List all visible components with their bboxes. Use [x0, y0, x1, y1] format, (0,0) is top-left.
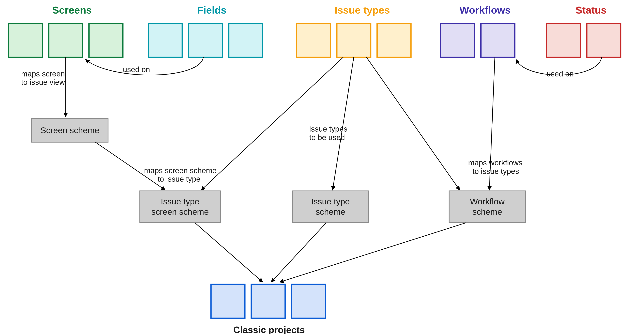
edge-label-it-used-2: to be used — [309, 133, 345, 142]
it-screen-scheme-label-2: screen scheme — [151, 207, 209, 217]
classic-projects-boxes — [211, 284, 326, 318]
svg-rect-12 — [587, 23, 621, 57]
edge-it-to-wfscheme — [366, 57, 460, 190]
edge-it-to-itscreenscheme — [201, 57, 343, 190]
edge-wfscheme-to-projects — [280, 223, 466, 282]
svg-rect-16 — [449, 191, 526, 223]
screens-title: Screens — [52, 4, 92, 16]
edge-it-to-itscheme — [333, 57, 354, 190]
screens-boxes — [8, 23, 123, 57]
edge-label-maps-scheme-1: maps screen scheme — [144, 166, 216, 175]
wf-scheme-label-1: Workflow — [470, 197, 505, 206]
svg-rect-9 — [440, 23, 474, 57]
svg-rect-0 — [8, 23, 42, 57]
fields-title: Fields — [197, 4, 226, 16]
it-screen-scheme-label-1: Issue type — [161, 197, 200, 206]
edge-label-used-on-right: used on — [546, 70, 574, 78]
diagram-canvas: Screens Fields Issue types Workflows Sta… — [0, 0, 644, 334]
edge-label-maps-wf-2: to issue types — [472, 167, 519, 176]
status-title: Status — [576, 4, 606, 16]
workflows-boxes — [440, 23, 515, 57]
screen-scheme-box: Screen scheme — [32, 119, 108, 142]
edge-itscheme-to-projects — [271, 223, 326, 282]
issuetypes-title: Issue types — [335, 4, 390, 16]
svg-rect-1 — [49, 23, 83, 57]
issue-type-screen-scheme-box: Issue type screen scheme — [140, 191, 220, 223]
svg-rect-19 — [292, 284, 326, 318]
workflows-title: Workflows — [460, 4, 511, 16]
edge-label-used-on-left: used on — [123, 65, 150, 74]
svg-rect-18 — [251, 284, 285, 318]
edge-label-maps-screen-2: to issue view — [21, 78, 65, 86]
svg-rect-2 — [89, 23, 123, 57]
fields-boxes — [148, 23, 263, 57]
wf-scheme-label-2: scheme — [472, 207, 502, 217]
edge-label-maps-scheme-2: to issue type — [158, 175, 200, 183]
edge-itscreenscheme-to-projects — [195, 223, 263, 282]
edge-label-maps-wf-1: maps workflows — [468, 158, 522, 167]
workflow-scheme-box: Workflow scheme — [449, 191, 526, 223]
svg-rect-6 — [296, 23, 330, 57]
svg-rect-3 — [148, 23, 182, 57]
svg-rect-5 — [229, 23, 263, 57]
screen-scheme-label: Screen scheme — [40, 126, 99, 135]
svg-rect-11 — [546, 23, 580, 57]
status-boxes — [546, 23, 621, 57]
svg-rect-8 — [377, 23, 411, 57]
classic-projects-label: Classic projects — [234, 324, 305, 334]
svg-rect-7 — [337, 23, 371, 57]
svg-rect-17 — [211, 284, 245, 318]
issue-type-scheme-box: Issue type scheme — [292, 191, 369, 223]
svg-rect-14 — [140, 191, 220, 223]
it-scheme-label-1: Issue type — [311, 197, 350, 206]
edge-label-it-used-1: issue types — [309, 125, 348, 133]
svg-rect-4 — [188, 23, 222, 57]
svg-rect-10 — [481, 23, 515, 57]
issuetypes-boxes — [296, 23, 411, 57]
edge-label-maps-screen-1: maps screen — [21, 70, 65, 78]
svg-rect-15 — [292, 191, 369, 223]
it-scheme-label-2: scheme — [316, 207, 345, 217]
